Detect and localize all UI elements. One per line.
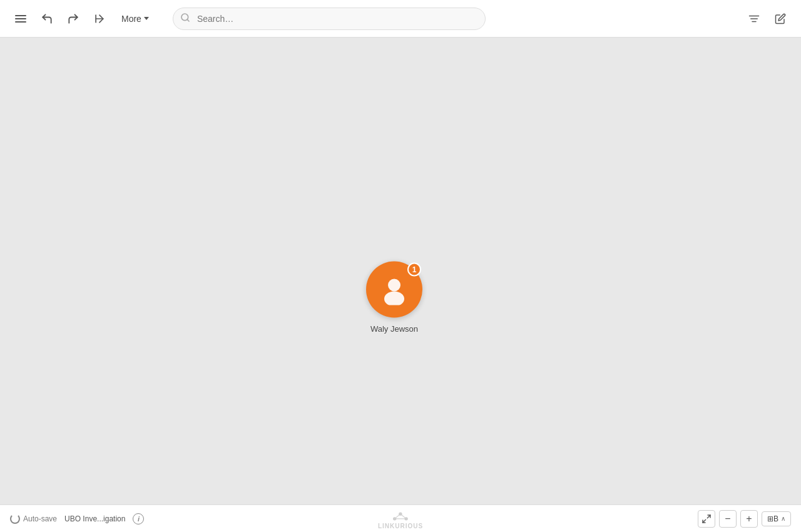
canvas[interactable]: 1 Waly Jewson: [0, 38, 801, 532]
pin-icon: [93, 12, 106, 26]
node-circle[interactable]: 1: [366, 262, 422, 318]
logo-center: LINKURIOUS: [378, 510, 423, 529]
fullscreen-icon: [702, 514, 712, 524]
svg-line-12: [395, 514, 400, 519]
investigation-name[interactable]: UBO Inve...igation: [64, 514, 125, 523]
more-label: More: [121, 14, 141, 24]
svg-line-13: [400, 514, 406, 519]
zoom-in-button[interactable]: +: [740, 510, 758, 528]
menu-button[interactable]: [10, 8, 31, 29]
node-container: 1 Waly Jewson: [366, 262, 422, 334]
fit-button[interactable]: ⊞B ∧: [762, 511, 791, 526]
filter-icon: [747, 12, 761, 26]
fit-chevron-icon: ∧: [781, 515, 785, 522]
autosave-icon: [10, 514, 20, 524]
bottom-left: Auto-save UBO Inve...igation i: [10, 513, 144, 524]
undo-icon: [40, 12, 54, 26]
search-input[interactable]: [173, 8, 486, 30]
pencil-icon: [773, 12, 787, 26]
pin-button[interactable]: [89, 8, 110, 29]
bottom-bar: Auto-save UBO Inve...igation i LINKURIOU…: [0, 504, 801, 532]
bottom-right: − + ⊞B ∧: [698, 510, 791, 528]
fit-label: ⊞B: [767, 514, 778, 523]
linkurious-logo-text: LINKURIOUS: [378, 523, 423, 529]
autosave-indicator: Auto-save: [10, 514, 57, 524]
zoom-in-label: +: [746, 513, 752, 524]
redo-button[interactable]: [63, 8, 84, 29]
svg-point-7: [388, 279, 400, 292]
person-svg-icon: [379, 274, 410, 305]
edit-button[interactable]: [770, 8, 791, 29]
zoom-out-button[interactable]: −: [719, 510, 737, 528]
svg-point-8: [384, 292, 404, 305]
node-label: Waly Jewson: [370, 324, 418, 334]
toolbar-right: [743, 8, 791, 29]
node-badge: 1: [407, 263, 421, 277]
chevron-down-icon: [144, 17, 149, 20]
filter-button[interactable]: [743, 8, 765, 29]
search-container: [173, 8, 486, 30]
autosave-label: Auto-save: [23, 514, 57, 523]
redo-icon: [66, 12, 80, 26]
hamburger-icon: [14, 12, 28, 26]
more-button[interactable]: More: [115, 10, 155, 28]
toolbar: More: [0, 0, 801, 38]
undo-button[interactable]: [36, 8, 58, 29]
info-button[interactable]: i: [133, 513, 144, 524]
zoom-out-label: −: [725, 513, 730, 524]
linkurious-logo-icon: [390, 510, 411, 523]
fullscreen-button[interactable]: [698, 510, 715, 528]
